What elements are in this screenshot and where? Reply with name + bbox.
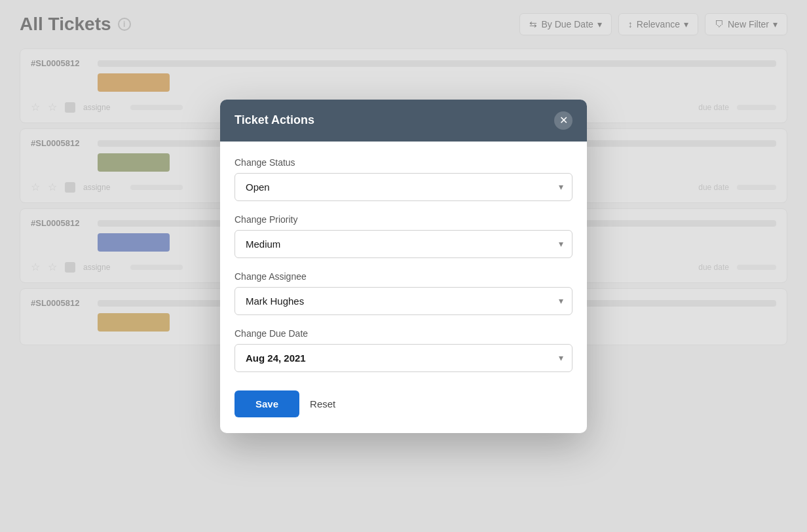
modal-close-button[interactable]: ✕ bbox=[554, 111, 572, 130]
modal-body: Change Status Open In Progress Closed Pe… bbox=[220, 142, 587, 390]
close-icon: ✕ bbox=[559, 114, 568, 126]
modal-header: Ticket Actions ✕ bbox=[220, 100, 587, 142]
change-status-label: Change Status bbox=[235, 157, 572, 168]
modal-footer: Save Reset bbox=[220, 390, 587, 433]
save-button[interactable]: Save bbox=[235, 390, 299, 417]
status-select-wrapper: Open In Progress Closed Pending ▾ bbox=[235, 173, 572, 201]
change-priority-group: Change Priority Low Medium High Critical… bbox=[235, 214, 572, 258]
modal-overlay: Ticket Actions ✕ Change Status Open In P… bbox=[0, 0, 807, 532]
change-due-date-label: Change Due Date bbox=[235, 328, 572, 339]
priority-select-wrapper: Low Medium High Critical ▾ bbox=[235, 230, 572, 258]
assignee-select-wrapper: Mark Hughes Jane Doe John Smith ▾ bbox=[235, 287, 572, 315]
ticket-actions-modal: Ticket Actions ✕ Change Status Open In P… bbox=[220, 100, 587, 433]
change-assignee-group: Change Assignee Mark Hughes Jane Doe Joh… bbox=[235, 271, 572, 315]
priority-select[interactable]: Low Medium High Critical bbox=[235, 230, 572, 258]
change-priority-label: Change Priority bbox=[235, 214, 572, 225]
reset-button[interactable]: Reset bbox=[310, 398, 335, 409]
status-select[interactable]: Open In Progress Closed Pending bbox=[235, 173, 572, 201]
change-assignee-label: Change Assignee bbox=[235, 271, 572, 282]
due-date-select[interactable]: Aug 24, 2021 Sep 1, 2021 Oct 15, 2021 bbox=[235, 344, 572, 372]
change-due-date-group: Change Due Date Aug 24, 2021 Sep 1, 2021… bbox=[235, 328, 572, 372]
assignee-select[interactable]: Mark Hughes Jane Doe John Smith bbox=[235, 287, 572, 315]
change-status-group: Change Status Open In Progress Closed Pe… bbox=[235, 157, 572, 201]
modal-title: Ticket Actions bbox=[235, 113, 314, 127]
due-date-select-wrapper: Aug 24, 2021 Sep 1, 2021 Oct 15, 2021 ▾ bbox=[235, 344, 572, 372]
